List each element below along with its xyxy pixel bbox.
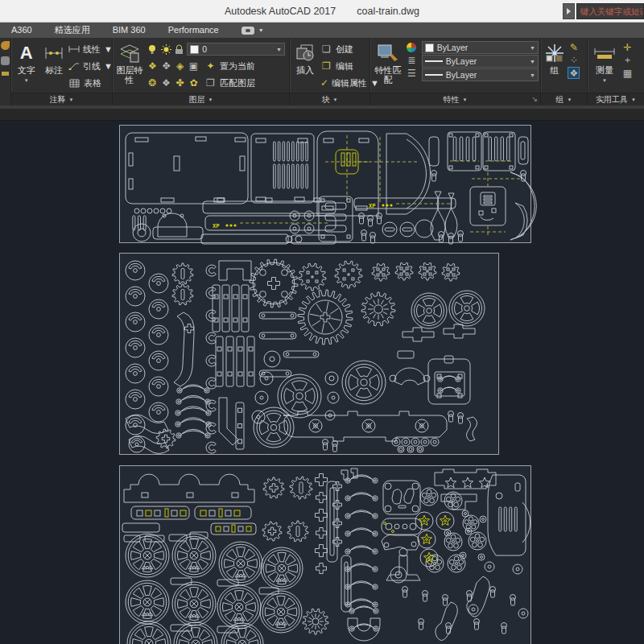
panel-label-utilities[interactable]: 实用工具▼ bbox=[588, 93, 644, 105]
chevron-down-icon: ▼ bbox=[530, 59, 535, 64]
autocad-window: Autodesk AutoCAD 2017 coal-train.dwg 键入关… bbox=[0, 0, 644, 644]
color-value: ByLayer bbox=[437, 43, 526, 52]
layer-tool-icon[interactable]: ❂ bbox=[147, 77, 159, 89]
linetype-icon[interactable]: ≣ bbox=[406, 54, 418, 66]
panel-label-groups[interactable]: 组▼ bbox=[541, 93, 587, 105]
leader-label: 引线 bbox=[83, 60, 101, 72]
group-label: 组 bbox=[550, 65, 559, 75]
insert-block-button[interactable]: 插入 bbox=[291, 39, 319, 93]
edit-block-icon: ❐ bbox=[320, 60, 332, 72]
id-point-icon[interactable]: ✛ bbox=[621, 41, 634, 53]
partial-icon bbox=[1, 41, 10, 50]
chevron-down-icon: ▼ bbox=[104, 44, 113, 54]
panel-block: 插入 ❏ 创建 ❐ 编辑 ✓ 编辑属性 ▼ bbox=[290, 38, 370, 105]
panel-properties: 特性匹配 ≣ ☰ ByLa bbox=[370, 38, 541, 105]
panel-label-layers[interactable]: 图层▼ bbox=[113, 93, 289, 105]
current-layer-name: 0 bbox=[202, 44, 273, 54]
point-icon[interactable]: ＋ bbox=[621, 54, 634, 66]
layer-select-dropdown[interactable]: 0 ▼ bbox=[187, 43, 285, 56]
group-icon bbox=[544, 41, 565, 65]
create-block-button[interactable]: ❏ 创建 bbox=[320, 41, 367, 57]
help-search-area: 键入关键字或短语 bbox=[563, 2, 644, 20]
panel-label-block[interactable]: 块▼ bbox=[290, 93, 369, 105]
layer-tool-icon[interactable]: ◈ bbox=[174, 60, 186, 72]
layer-tool-icon[interactable]: ❖ bbox=[147, 60, 159, 72]
table-icon bbox=[68, 77, 80, 89]
edit-block-label: 编辑 bbox=[336, 60, 353, 72]
quick-calc-icon[interactable]: ▦ bbox=[621, 67, 634, 79]
edit-attributes-label: 编辑属性 bbox=[332, 77, 367, 89]
dimension-label: 标注 bbox=[45, 65, 63, 75]
ribbon-tab-bar: A360 精选应用 BIM 360 Performance ▼ bbox=[0, 23, 644, 38]
chevron-down-icon: ▼ bbox=[104, 61, 113, 71]
dialog-launcher-icon[interactable]: ↘ bbox=[531, 95, 538, 103]
svg-text:XP: XP bbox=[369, 203, 375, 209]
search-arrow-button[interactable] bbox=[563, 3, 575, 19]
linear-button[interactable]: 线性 ▼ bbox=[68, 41, 110, 57]
object-color-dropdown[interactable]: ByLayer ▼ bbox=[422, 41, 539, 54]
partial-icon bbox=[1, 56, 10, 65]
make-current-button[interactable]: ✦ 置为当前 bbox=[204, 58, 255, 74]
tab-a360[interactable]: A360 bbox=[0, 23, 43, 38]
layer-color-swatch bbox=[190, 45, 199, 54]
layer-tool-icon[interactable]: ✿ bbox=[188, 77, 200, 89]
edit-block-button[interactable]: ❐ 编辑 bbox=[320, 58, 367, 74]
panel-label-properties[interactable]: 特性▼ ↘ bbox=[370, 93, 540, 105]
dimension-button[interactable]: 标注 bbox=[41, 39, 67, 93]
layer-on-bulb-icon[interactable] bbox=[147, 43, 159, 56]
group-edit-icon[interactable]: ⁘ bbox=[568, 54, 580, 66]
edit-attributes-button[interactable]: ✓ 编辑属性 ▼ bbox=[320, 75, 367, 91]
chevron-down-icon[interactable]: ▼ bbox=[258, 27, 264, 33]
title-bar: Autodesk AutoCAD 2017 coal-train.dwg 键入关… bbox=[0, 0, 644, 23]
layer-lock-icon[interactable] bbox=[173, 43, 185, 56]
match-layer-icon: ❐ bbox=[204, 77, 217, 89]
group-button[interactable]: 组 bbox=[543, 39, 566, 93]
text-button[interactable]: A 文字 ▼ bbox=[13, 39, 39, 93]
layer-tool-icon[interactable]: ✥ bbox=[160, 60, 172, 72]
ungroup-icon[interactable]: ✎ bbox=[568, 41, 580, 53]
measure-button[interactable]: 测量 ▼ bbox=[589, 39, 620, 93]
lineweight-dropdown[interactable]: ByLayer ▼ bbox=[422, 55, 539, 68]
svg-text:XP: XP bbox=[213, 223, 219, 229]
table-label: 表格 bbox=[84, 77, 101, 89]
chevron-down-icon: ▼ bbox=[602, 76, 607, 85]
match-properties-label: 特性匹配 bbox=[372, 65, 404, 85]
dimension-icon bbox=[44, 41, 64, 65]
match-layer-button[interactable]: ❐ 匹配图层 bbox=[204, 75, 255, 91]
make-current-label: 置为当前 bbox=[220, 60, 255, 72]
layer-tool-icon[interactable]: ❖ bbox=[160, 77, 172, 89]
table-button[interactable]: 表格 bbox=[68, 75, 110, 91]
lineweight-icon[interactable]: ☰ bbox=[406, 67, 418, 79]
layer-freeze-sun-icon[interactable] bbox=[160, 43, 172, 56]
partial-icon bbox=[2, 72, 9, 76]
make-current-icon: ✦ bbox=[204, 60, 217, 72]
layer-tool-icon[interactable]: ✤ bbox=[174, 77, 186, 89]
tab-performance[interactable]: Performance bbox=[157, 23, 230, 38]
linetype-dropdown[interactable]: ByLayer ▼ bbox=[422, 68, 539, 81]
text-icon: A bbox=[20, 41, 33, 65]
leader-icon bbox=[68, 60, 80, 72]
drawing-area: XPXP bbox=[0, 121, 644, 644]
linetype-swatch bbox=[425, 74, 443, 76]
play-icon bbox=[567, 8, 571, 14]
tab-bim360[interactable]: BIM 360 bbox=[101, 23, 157, 38]
tab-featured-apps[interactable]: 精选应用 bbox=[43, 23, 101, 38]
insert-block-label: 插入 bbox=[296, 65, 314, 75]
color-swatch bbox=[425, 43, 434, 52]
cut-sheet-2 bbox=[120, 254, 499, 455]
layer-properties-button[interactable]: 图层特性 bbox=[114, 39, 145, 93]
leader-button[interactable]: 引线 ▼ bbox=[68, 58, 110, 74]
group-selection-toggle[interactable]: ❖ bbox=[568, 67, 580, 79]
layer-tool-icon[interactable]: ▣ bbox=[188, 60, 200, 72]
insert-block-icon bbox=[295, 41, 316, 65]
search-input[interactable]: 键入关键字或短语 bbox=[576, 3, 644, 19]
panel-label-annotation[interactable]: 注释▼ bbox=[11, 93, 112, 105]
layer-properties-label: 图层特性 bbox=[114, 65, 145, 85]
panel-layers: 图层特性 bbox=[113, 38, 290, 105]
match-properties-button[interactable]: 特性匹配 bbox=[372, 39, 404, 93]
color-wheel-icon[interactable] bbox=[406, 41, 418, 53]
camera-icon[interactable] bbox=[242, 27, 254, 35]
drawing-canvas[interactable]: XPXP bbox=[0, 121, 644, 644]
text-label: 文字 bbox=[18, 65, 35, 75]
panel-utilities: 测量 ▼ ✛ ＋ ▦ 实用工具▼ bbox=[588, 38, 644, 105]
